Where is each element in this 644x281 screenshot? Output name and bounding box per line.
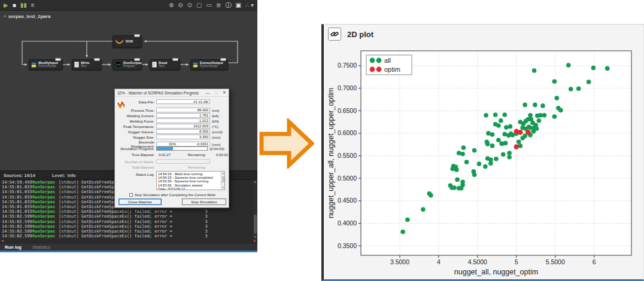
- node-text: RunSorpasProgram: [123, 61, 142, 69]
- export-image-icon[interactable]: ▣: [235, 2, 241, 8]
- zoom-reset-icon[interactable]: ⊙: [187, 2, 192, 8]
- workflow-node-write[interactable]: WriteText: [72, 59, 102, 70]
- stop-simulation-button[interactable]: Stop Simulation: [182, 198, 226, 205]
- step-run-icon[interactable]: ▮▮: [20, 2, 27, 8]
- log-timestamp: 14:54:59.459: [0, 180, 32, 185]
- simulation-watcher-dialog: 32% - Watcher of SORPAS Simulation Progr…: [114, 88, 229, 208]
- python-icon: [193, 59, 198, 70]
- log-view-icon[interactable]: ≣: [216, 2, 221, 8]
- workflow-node-doe[interactable]: DOE: [113, 35, 142, 48]
- log-channel: [stdout]: [59, 209, 81, 214]
- svg-text:4.5000: 4.5000: [468, 258, 487, 265]
- workflow-node-read[interactable]: ReadText: [150, 59, 180, 70]
- number-of-welds-field: [156, 159, 210, 164]
- dialog-field-row: Nugget Size:3.350(mm): [115, 135, 225, 139]
- minimize-icon[interactable]: —: [203, 89, 212, 96]
- zoom-in-icon[interactable]: ⊕: [169, 2, 174, 8]
- status-log-scrollbar[interactable]: ▲ ▼: [221, 172, 224, 190]
- info-icon[interactable]: ⓘ: [225, 2, 231, 8]
- close-watcher-button[interactable]: Close Watcher: [119, 198, 162, 205]
- python-icon: [31, 59, 37, 70]
- field-value[interactable]: 3.350: [156, 135, 210, 139]
- field-value[interactable]: 89.400: [156, 108, 210, 112]
- svg-text:0.7500: 0.7500: [338, 62, 357, 69]
- workflow-node-extractoutput[interactable]: ExtractOutputPythonScript: [190, 59, 228, 70]
- log-row: 14:55:02.599RunSorpas[stdout]GetDiskFree…: [0, 234, 253, 239]
- node-subtitle: Text: [159, 65, 167, 68]
- log-source: RunSorpas: [32, 204, 59, 209]
- zoom-out-icon[interactable]: ⊖: [178, 2, 183, 8]
- status-log-line: Date: 2023-09-22: [158, 187, 220, 190]
- field-value[interactable]: 8.359: [156, 129, 210, 134]
- svg-text:3.5000: 3.5000: [390, 258, 409, 265]
- field-value[interactable]: 1.781: [156, 113, 210, 118]
- plot-panel-header: 2D plot: [328, 28, 373, 41]
- checkbox-icon[interactable]: [129, 193, 133, 197]
- workflow-menu-icon[interactable]: ≡: [31, 2, 35, 8]
- node-subtitle: Text: [81, 65, 89, 68]
- stop-after-weld-checkbox[interactable]: Stop Simulation after Completing the Cur…: [129, 193, 215, 197]
- link-icon[interactable]: [328, 28, 341, 41]
- scroll-right-icon[interactable]: [254, 240, 256, 242]
- field-label: Process Time:: [115, 108, 154, 112]
- node-subtitle: PythonScript: [38, 65, 58, 68]
- field-value[interactable]: s1-s1.dat: [156, 99, 210, 104]
- workflow-node-runsorpas[interactable]: »»RunSorpasProgram: [113, 59, 142, 70]
- layout-icon[interactable]: ∴ ▾: [245, 2, 254, 8]
- field-unit: (°C): [212, 124, 225, 129]
- log-row: 14:55:02.599RunSorpas[stdout]GetDiskFree…: [0, 214, 253, 219]
- log-timestamp: 14:55:02.599: [0, 229, 32, 234]
- dialog-title: 32% - Watcher of SORPAS Simulation Progr…: [117, 91, 199, 95]
- scrollbar-thumb[interactable]: [254, 215, 257, 234]
- close-icon[interactable]: ✕: [220, 89, 229, 96]
- field-label: Nugget Size:: [115, 135, 154, 139]
- progress-bar-fill: [157, 147, 173, 150]
- maximize-icon[interactable]: □: [212, 89, 220, 96]
- field-value[interactable]: -1.013: [156, 118, 210, 123]
- svg-text:0.5000: 0.5000: [338, 175, 357, 182]
- log-source: RunSorpas: [32, 234, 59, 239]
- log-sources-count: Sources: 14/14: [4, 173, 35, 178]
- tab-run-log[interactable]: Run log: [5, 245, 22, 250]
- log-timestamp: 14:55:01.033: [0, 185, 32, 190]
- log-vertical-scrollbar[interactable]: [253, 180, 257, 239]
- scroll-down-icon[interactable]: [254, 236, 256, 239]
- stop-workflow-icon[interactable]: ■: [13, 2, 16, 8]
- progress-label: Simulation Progress:: [115, 146, 154, 151]
- log-row: 14:55:02.599RunSorpas[stdout]GetDiskFree…: [0, 229, 253, 234]
- field-unit: (kN): [212, 119, 225, 123]
- number-of-welds-row: Number of Welds:: [115, 159, 225, 164]
- scroll-up-icon[interactable]: [254, 181, 256, 183]
- field-value[interactable]: 1912.609: [156, 124, 210, 129]
- log-message: GetDiskFreeSpaceEx() failed; error = 3: [81, 224, 208, 229]
- log-channel: [stdout]: [59, 204, 81, 209]
- run-workflow-icon[interactable]: ▶: [4, 2, 8, 8]
- tab-statistics[interactable]: Statistics: [32, 245, 50, 250]
- field-label: Data File:: [115, 100, 154, 104]
- log-row: 14:55:01.033RunSorpas[stdout]GetDiskFree…: [0, 209, 253, 214]
- dialog-window-buttons: — □ ✕: [203, 89, 229, 96]
- status-log-row: Status Log: 14:54:15 - Weld time running…: [115, 171, 225, 190]
- scrollbar-thumb[interactable]: [222, 176, 224, 182]
- log-source: RunSorpas: [32, 180, 59, 185]
- scroll-up-icon[interactable]: ▲: [222, 172, 224, 175]
- dialog-titlebar[interactable]: 32% - Watcher of SORPAS Simulation Progr…: [115, 89, 229, 97]
- workflow-node-modifyinput[interactable]: ModifyInputPythonScript: [29, 59, 63, 70]
- svg-text:0.7000: 0.7000: [338, 84, 357, 91]
- scroll-down-icon[interactable]: ▼: [222, 187, 224, 189]
- log-timestamp: 14:55:02.599: [0, 214, 32, 219]
- svg-text:nugget_all, nugget_optim: nugget_all, nugget_optim: [454, 268, 538, 276]
- scroll-left-icon[interactable]: [1, 240, 4, 242]
- node-status-badge: [134, 34, 140, 37]
- fit-view-icon[interactable]: ▢: [196, 2, 202, 8]
- workflow-app-panel: ▶■▮▮≡ ⊕⊖⊙▢▭≣ⓘ▣∴ ▾ ≡sorpas_test_2para DOE…: [0, 0, 257, 252]
- status-log-box[interactable]: 14:54:15 - Weld time running14:54:15 - S…: [156, 171, 225, 190]
- log-row: 14:55:02.599RunSorpas[stdout]GetDiskFree…: [0, 219, 253, 224]
- log-timestamp: 14:55:01.033: [0, 209, 32, 214]
- log-source: RunSorpas: [32, 229, 59, 234]
- program-run-icon: »»: [115, 59, 121, 70]
- total-elapsed-label: Total Elapsed:: [115, 166, 154, 169]
- log-channel: [stdout]: [59, 219, 81, 224]
- node-status-badge: [134, 58, 140, 61]
- screenshot-icon[interactable]: ▭: [206, 2, 212, 8]
